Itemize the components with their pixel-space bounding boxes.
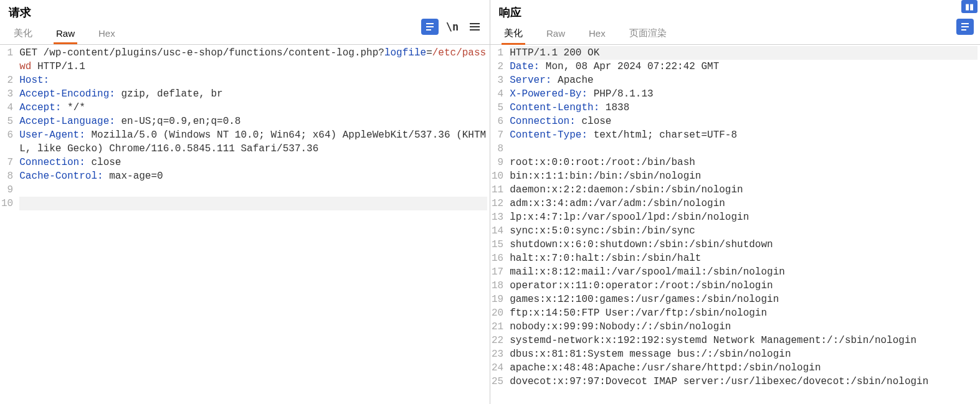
- line-number: 16: [492, 251, 503, 265]
- code-line[interactable]: Accept-Language: en-US;q=0.9,en;q=0.8: [19, 115, 487, 128]
- code-line[interactable]: X-Powered-By: PHP/8.1.13: [510, 87, 978, 101]
- request-header: 请求: [0, 0, 490, 21]
- line-number: 1: [492, 46, 503, 60]
- line-number: 6: [1, 128, 13, 156]
- code-line[interactable]: Content-Length: 1838: [510, 101, 978, 115]
- line-number: 9: [492, 156, 503, 169]
- line-number: 1: [1, 46, 13, 73]
- code-line[interactable]: HTTP/1.1 200 OK: [510, 46, 978, 60]
- line-number: 13: [492, 210, 503, 224]
- line-number: 12: [492, 197, 503, 210]
- request-editor[interactable]: 12345678910 GET /wp-content/plugins/usc-…: [0, 45, 490, 404]
- code-line[interactable]: Server: Apache: [510, 73, 978, 87]
- response-code[interactable]: HTTP/1.1 200 OKDate: Mon, 08 Apr 2024 07…: [507, 45, 980, 404]
- code-line[interactable]: User-Agent: Mozilla/5.0 (Windows NT 10.0…: [19, 128, 487, 156]
- line-number: 5: [492, 101, 503, 115]
- line-number: 7: [1, 156, 13, 169]
- list-icon: [425, 22, 435, 31]
- line-number: 11: [492, 183, 503, 197]
- layout-toggle-button[interactable]: ▮▮: [961, 1, 978, 11]
- response-panel: 响应 美化 Raw Hex 页面渲染 123456789101112131415…: [490, 0, 980, 404]
- response-header: 响应: [490, 0, 980, 21]
- line-number: 14: [492, 224, 503, 238]
- tab-request-raw[interactable]: Raw: [54, 24, 77, 44]
- line-number: 2: [492, 60, 503, 73]
- request-gutter: 12345678910: [0, 45, 17, 404]
- code-line[interactable]: [510, 142, 978, 156]
- code-line[interactable]: Accept-Encoding: gzip, deflate, br: [19, 87, 487, 101]
- columns-icon: ▮▮: [961, 0, 978, 13]
- code-line[interactable]: Connection: close: [510, 115, 978, 128]
- line-number: 19: [492, 293, 503, 306]
- code-line[interactable]: GET /wp-content/plugins/usc-e-shop/funct…: [19, 46, 487, 73]
- line-number: 18: [492, 279, 503, 293]
- tab-response-raw[interactable]: Raw: [544, 24, 568, 44]
- response-tabs: 美化 Raw Hex 页面渲染: [490, 21, 980, 45]
- code-line[interactable]: [19, 197, 487, 210]
- code-line[interactable]: root:x:0:0:root:/root:/bin/bash: [510, 156, 978, 169]
- code-line[interactable]: dbus:x:81:81:System message bus:/:/sbin/…: [510, 347, 978, 361]
- line-number: 23: [492, 347, 503, 361]
- code-line[interactable]: mail:x:8:12:mail:/var/spool/mail:/sbin/n…: [510, 265, 978, 279]
- tab-response-hex[interactable]: Hex: [586, 24, 608, 44]
- line-number: 4: [1, 101, 13, 115]
- response-actions-button[interactable]: [956, 19, 974, 35]
- code-line[interactable]: Host:: [19, 73, 487, 87]
- tab-request-pretty[interactable]: 美化: [11, 24, 35, 44]
- line-number: 25: [492, 375, 503, 388]
- line-number: 4: [492, 87, 503, 101]
- code-line[interactable]: Cache-Control: max-age=0: [19, 169, 487, 183]
- code-line[interactable]: ftp:x:14:50:FTP User:/var/ftp:/sbin/nolo…: [510, 306, 978, 320]
- request-title: 请求: [6, 4, 34, 21]
- line-number: 9: [1, 183, 13, 197]
- request-panel: 请求 美化 Raw Hex \n 12345678910 GET /wp-con…: [0, 0, 490, 404]
- split-container: 请求 美化 Raw Hex \n 12345678910 GET /wp-con…: [0, 0, 980, 404]
- code-line[interactable]: Connection: close: [19, 156, 487, 169]
- request-actions-button[interactable]: [421, 19, 439, 35]
- code-line[interactable]: systemd-network:x:192:192:systemd Networ…: [510, 334, 978, 347]
- line-number: 5: [1, 115, 13, 128]
- response-gutter: 1234567891011121314151617181920212223242…: [490, 45, 507, 404]
- code-line[interactable]: games:x:12:100:games:/usr/games:/sbin/no…: [510, 293, 978, 306]
- line-number: 8: [1, 169, 13, 183]
- line-number: 6: [492, 115, 503, 128]
- hamburger-icon: [470, 23, 480, 31]
- code-line[interactable]: daemon:x:2:2:daemon:/sbin:/sbin/nologin: [510, 183, 978, 197]
- code-line[interactable]: dovecot:x:97:97:Dovecot IMAP server:/usr…: [510, 375, 978, 388]
- response-editor[interactable]: 1234567891011121314151617181920212223242…: [490, 45, 980, 404]
- line-number: 2: [1, 73, 13, 87]
- code-line[interactable]: adm:x:3:4:adm:/var/adm:/sbin/nologin: [510, 197, 978, 210]
- code-line[interactable]: Accept: */*: [19, 101, 487, 115]
- line-number: 15: [492, 238, 503, 251]
- code-line[interactable]: nobody:x:99:99:Nobody:/:/sbin/nologin: [510, 320, 978, 334]
- code-line[interactable]: [19, 183, 487, 197]
- code-line[interactable]: operator:x:11:0:operator:/root:/sbin/nol…: [510, 279, 978, 293]
- newline-icon: \n: [446, 21, 459, 33]
- line-number: 3: [492, 73, 503, 87]
- code-line[interactable]: bin:x:1:1:bin:/bin:/sbin/nologin: [510, 169, 978, 183]
- request-menu-button[interactable]: [466, 19, 483, 35]
- line-number: 22: [492, 334, 503, 347]
- code-line[interactable]: lp:x:4:7:lp:/var/spool/lpd:/sbin/nologin: [510, 210, 978, 224]
- tab-request-hex[interactable]: Hex: [96, 24, 118, 44]
- response-title: 响应: [497, 4, 524, 21]
- list-icon: [960, 22, 970, 31]
- line-number: 10: [492, 169, 503, 183]
- tab-response-render[interactable]: 页面渲染: [627, 24, 669, 44]
- line-number: 3: [1, 87, 13, 101]
- code-line[interactable]: apache:x:48:48:Apache:/usr/share/httpd:/…: [510, 361, 978, 375]
- line-number: 21: [492, 320, 503, 334]
- tab-response-pretty[interactable]: 美化: [502, 24, 525, 44]
- code-line[interactable]: Date: Mon, 08 Apr 2024 07:22:42 GMT: [510, 60, 978, 73]
- request-wrap-button[interactable]: \n: [444, 19, 461, 35]
- code-line[interactable]: Content-Type: text/html; charset=UTF-8: [510, 128, 978, 142]
- line-number: 7: [492, 128, 503, 142]
- code-line[interactable]: sync:x:5:0:sync:/sbin:/bin/sync: [510, 224, 978, 238]
- line-number: 20: [492, 306, 503, 320]
- code-line[interactable]: shutdown:x:6:0:shutdown:/sbin:/sbin/shut…: [510, 238, 978, 251]
- code-line[interactable]: halt:x:7:0:halt:/sbin:/sbin/halt: [510, 251, 978, 265]
- request-code[interactable]: GET /wp-content/plugins/usc-e-shop/funct…: [17, 45, 490, 404]
- line-number: 10: [1, 197, 13, 210]
- line-number: 24: [492, 361, 503, 375]
- line-number: 17: [492, 265, 503, 279]
